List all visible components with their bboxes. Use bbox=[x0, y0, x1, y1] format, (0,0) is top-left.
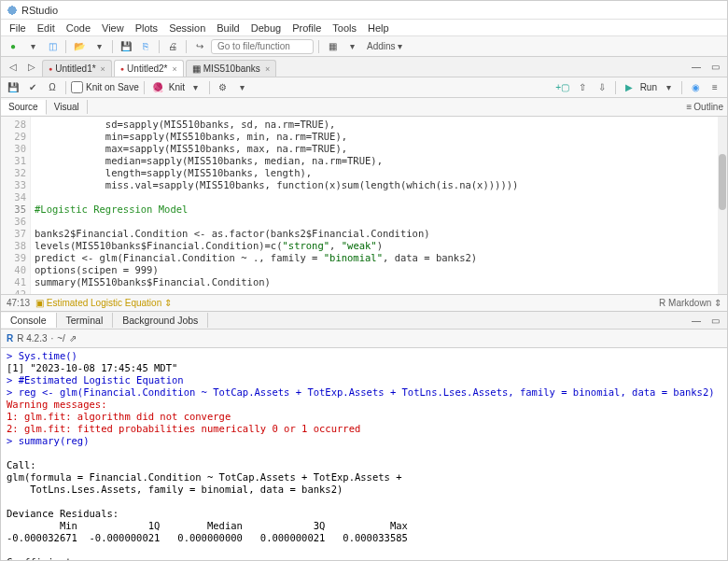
wd-popout-icon[interactable]: ⇗ bbox=[69, 333, 77, 344]
menu-file[interactable]: File bbox=[5, 22, 31, 34]
run-icon: ▶ bbox=[621, 79, 637, 96]
cursor-position: 47:13 bbox=[7, 298, 30, 308]
save-all-button[interactable]: ⎘ bbox=[137, 38, 154, 55]
chunk-breadcrumb[interactable]: ▣ Estimated Logistic Equation ⇕ bbox=[35, 298, 172, 308]
new-project-button[interactable]: ◫ bbox=[44, 38, 61, 55]
tab-mis510banks[interactable]: ▦ MIS510banks × bbox=[186, 60, 276, 77]
console-toolbar: R R 4.2.3 · ~/ ⇗ bbox=[1, 330, 727, 348]
tab-nav-back[interactable]: ◁ bbox=[5, 59, 21, 76]
r-version-label[interactable]: R 4.2.3 bbox=[17, 333, 47, 344]
editor-toolbar: 💾 ✔ Ω Knit on Save 🧶 Knit ▾ ⚙ ▾ +▢ ⇧ ⇩ ▶… bbox=[1, 77, 727, 98]
dirty-dot-icon: ● bbox=[120, 65, 124, 72]
tab-console[interactable]: Console bbox=[1, 313, 57, 328]
main-toolbar: ● ▾ ◫ 📂 ▾ 💾 ⎘ 🖨 ↪ ▦ ▾ Addins ▾ bbox=[1, 36, 727, 57]
tab-background-jobs[interactable]: Background Jobs bbox=[113, 313, 208, 328]
table-icon: ▦ bbox=[192, 63, 201, 74]
new-file-dropdown[interactable]: ▾ bbox=[24, 38, 41, 55]
open-dropdown[interactable]: ▾ bbox=[91, 38, 107, 55]
menu-debug[interactable]: Debug bbox=[246, 22, 286, 34]
menu-session[interactable]: Session bbox=[164, 22, 210, 34]
new-file-button[interactable]: ● bbox=[5, 38, 21, 55]
source-mode-tab[interactable]: Source bbox=[1, 100, 47, 115]
goto-file-input[interactable] bbox=[211, 39, 314, 54]
knit-button[interactable]: Knit bbox=[169, 82, 185, 92]
knit-on-save-label: Knit on Save bbox=[86, 82, 139, 92]
menu-code[interactable]: Code bbox=[62, 22, 95, 34]
source-visual-toggle: Source Visual ≡ Outline bbox=[1, 98, 727, 117]
nav-down-button[interactable]: ⇩ bbox=[594, 79, 610, 96]
close-icon[interactable]: × bbox=[172, 64, 176, 74]
goto-prompt-icon: ↪ bbox=[191, 38, 208, 55]
addins-menu[interactable]: Addins ▾ bbox=[363, 41, 406, 51]
console-pane-tabs: Console Terminal Background Jobs — ▭ bbox=[1, 311, 727, 330]
menu-view[interactable]: View bbox=[97, 22, 129, 34]
r-logo-icon: R bbox=[7, 333, 13, 344]
outline-label[interactable]: Outline bbox=[693, 102, 723, 112]
gear-dropdown[interactable]: ▾ bbox=[234, 79, 251, 96]
console-output[interactable]: > Sys.time()[1] "2023-10-08 17:45:45 MDT… bbox=[1, 348, 727, 560]
close-icon[interactable]: × bbox=[101, 64, 105, 74]
rstudio-logo-icon bbox=[7, 5, 18, 16]
minimize-console-button[interactable]: — bbox=[688, 312, 705, 329]
tab-untitled1[interactable]: ● Untitled1* × bbox=[42, 60, 112, 77]
dirty-dot-icon: ● bbox=[49, 65, 52, 72]
more-button[interactable]: ≡ bbox=[707, 79, 723, 96]
open-file-button[interactable]: 📂 bbox=[71, 38, 88, 55]
line-gutter: 2829303132333435363738394041424344454647 bbox=[1, 117, 31, 294]
knit-on-save-checkbox[interactable] bbox=[71, 81, 83, 93]
menubar: File Edit Code View Plots Session Build … bbox=[1, 20, 727, 36]
menu-edit[interactable]: Edit bbox=[33, 22, 60, 34]
maximize-pane-button[interactable]: ▭ bbox=[707, 59, 723, 76]
tab-terminal[interactable]: Terminal bbox=[57, 313, 114, 328]
tab-untitled2[interactable]: ● Untitled2* × bbox=[114, 60, 184, 77]
insert-chunk-button[interactable]: +▢ bbox=[554, 79, 571, 96]
knit-dropdown[interactable]: ▾ bbox=[188, 79, 204, 96]
gear-icon[interactable]: ⚙ bbox=[215, 79, 231, 96]
minimize-pane-button[interactable]: — bbox=[688, 59, 705, 76]
maximize-console-button[interactable]: ▭ bbox=[707, 312, 723, 329]
window-title: RStudio bbox=[21, 5, 58, 16]
save-button[interactable]: 💾 bbox=[118, 38, 134, 55]
editor-statusline: 47:13 ▣ Estimated Logistic Equation ⇕ R … bbox=[1, 294, 727, 311]
code-editor[interactable]: 2829303132333435363738394041424344454647… bbox=[1, 117, 727, 294]
publish-button[interactable]: ◉ bbox=[687, 79, 704, 96]
menu-profile[interactable]: Profile bbox=[287, 22, 326, 34]
outline-toggle-icon[interactable]: ≡ bbox=[686, 102, 692, 112]
spellcheck-button[interactable]: ✔ bbox=[24, 79, 41, 96]
menu-plots[interactable]: Plots bbox=[131, 22, 162, 34]
menu-tools[interactable]: Tools bbox=[328, 22, 361, 34]
knit-icon: 🧶 bbox=[149, 79, 166, 96]
titlebar: RStudio bbox=[1, 1, 727, 20]
menu-build[interactable]: Build bbox=[212, 22, 244, 34]
document-tabs: ◁ ▷ ● Untitled1* × ● Untitled2* × ▦ MIS5… bbox=[1, 57, 727, 77]
grid-dropdown[interactable]: ▾ bbox=[343, 38, 360, 55]
working-dir[interactable]: ~/ bbox=[57, 333, 65, 344]
menu-help[interactable]: Help bbox=[363, 22, 394, 34]
nav-up-button[interactable]: ⇧ bbox=[574, 79, 591, 96]
editor-scrollbar[interactable] bbox=[719, 154, 726, 210]
run-button[interactable]: Run bbox=[640, 82, 657, 92]
filetype-label[interactable]: R Markdown ⇕ bbox=[659, 298, 721, 308]
close-icon[interactable]: × bbox=[265, 64, 270, 74]
run-dropdown[interactable]: ▾ bbox=[660, 79, 677, 96]
print-button[interactable]: 🖨 bbox=[164, 38, 181, 55]
tab-nav-fwd[interactable]: ▷ bbox=[23, 59, 40, 76]
visual-mode-tab[interactable]: Visual bbox=[47, 100, 88, 114]
find-button[interactable]: Ω bbox=[44, 79, 61, 96]
save-doc-button[interactable]: 💾 bbox=[5, 79, 21, 96]
grid-button[interactable]: ▦ bbox=[324, 38, 341, 55]
